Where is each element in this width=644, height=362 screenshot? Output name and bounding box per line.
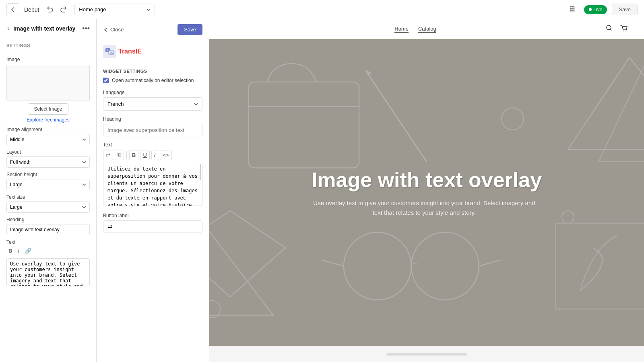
nav-links: Home Catalog (394, 26, 436, 33)
auto-open-label: Open automatically on editor selection (112, 78, 194, 83)
text-italic-button[interactable]: I (16, 247, 21, 255)
nav-icons (605, 24, 628, 34)
button-label-row: Button label ⇄ (103, 213, 202, 232)
translation-save-button[interactable]: Save (178, 24, 202, 35)
settings-section-label: SETTINGS (0, 38, 96, 49)
settings-panel: ‹ Image with text overlay ••• SETTINGS I… (0, 19, 97, 362)
svg-line-15 (322, 260, 344, 266)
button-label-input[interactable] (115, 224, 198, 230)
text-translation-row: Text ⇄ ⧉ B U I <> Utilisez du texte en s… (103, 142, 202, 207)
translation-panel: Close Save A あ TranslE WIDGET SETTINGS (97, 19, 209, 362)
save-button[interactable]: Save (612, 4, 638, 15)
text-label: Text (6, 239, 90, 245)
nav-link-catalog[interactable]: Catalog (418, 26, 436, 33)
preview-inner: Home Catalog (209, 19, 644, 362)
text-link-button[interactable]: 🔗 (23, 247, 33, 255)
image-alignment-select[interactable]: MiddleLeftRight (6, 134, 90, 145)
nav-link-home[interactable]: Home (394, 26, 409, 33)
trans-toolbar-divider (126, 151, 127, 159)
language-select[interactable]: FrenchSpanishGermanItalian (103, 97, 202, 111)
settings-more-button[interactable]: ••• (82, 25, 90, 33)
trans-text-textarea[interactable]: Utilisez du texte en superposition pour … (103, 162, 202, 206)
hero-subtitle: Use overlay text to give your customers … (312, 198, 537, 218)
auto-open-row: Open automatically on editor selection (103, 78, 202, 83)
heading-trans-label: Heading (103, 116, 202, 122)
language-row: Language FrenchSpanishGermanItalian (103, 90, 202, 116)
image-alignment-row: Image alignment MiddleLeftRight (6, 127, 90, 145)
translate-icon: ⇄ (107, 223, 112, 230)
translation-close-button[interactable]: Close (103, 27, 124, 33)
image-upload-box (6, 65, 90, 101)
text-textarea[interactable]: Use overlay text to give your customers … (6, 258, 90, 286)
text-bold-button[interactable]: B (6, 247, 14, 255)
image-section-label: Image (6, 57, 90, 62)
heading-translation-row: Heading (103, 116, 202, 142)
redo-button[interactable] (58, 4, 70, 16)
translation-logo-icon: A あ (103, 45, 116, 58)
svg-marker-23 (209, 162, 273, 315)
svg-rect-22 (555, 223, 644, 309)
text-size-select[interactable]: LargeSmallMedium (6, 202, 90, 213)
button-label-title: Button label (103, 213, 202, 218)
image-alignment-label: Image alignment (6, 127, 90, 132)
settings-content: Image Select Image Explore free images I… (0, 49, 96, 362)
translation-logo-text: TranslE (118, 48, 142, 55)
svg-line-10 (365, 70, 427, 162)
search-icon[interactable] (605, 24, 613, 34)
svg-line-16 (479, 260, 500, 266)
preview-area: Home Catalog (209, 19, 644, 362)
svg-text:あ: あ (110, 51, 113, 55)
heading-input[interactable] (6, 224, 90, 235)
preview-bottom-bar (209, 346, 644, 362)
text-trans-label: Text (103, 142, 202, 148)
trans-bold-btn[interactable]: B (129, 150, 138, 160)
svg-point-5 (623, 31, 624, 31)
live-button[interactable]: Live (584, 5, 607, 14)
preview-hero: Image with text overlay Use overlay text… (209, 39, 644, 346)
heading-label: Heading (6, 217, 90, 222)
bottom-handle (386, 353, 467, 356)
svg-point-13 (411, 232, 479, 300)
explore-free-images-link[interactable]: Explore free images (6, 117, 90, 123)
select-image-button[interactable]: Select Image (28, 103, 68, 115)
svg-point-12 (344, 232, 411, 300)
button-label-input-wrap: ⇄ (103, 220, 202, 232)
trans-underline-btn[interactable]: U (140, 150, 149, 160)
translation-content: WIDGET SETTINGS Open automatically on ed… (97, 63, 209, 362)
auto-open-checkbox[interactable] (103, 78, 109, 83)
text-toolbar: B I 🔗 (6, 247, 90, 255)
undo-redo-group (44, 4, 70, 16)
layout-select[interactable]: Full widthFixed width (6, 156, 90, 168)
hero-title: Image with text overlay (312, 168, 542, 192)
layout-row: Layout Full widthFixed width (6, 149, 90, 168)
settings-panel-title: Image with text overlay (13, 25, 79, 32)
layout-label: Layout (6, 149, 90, 155)
svg-marker-7 (568, 58, 644, 150)
page-selector[interactable]: Home page About Contact (74, 4, 155, 15)
svg-text:A: A (107, 49, 109, 52)
language-label: Language (103, 90, 202, 95)
svg-point-20 (562, 211, 574, 223)
trans-translate-btn[interactable]: ⇄ (103, 150, 113, 160)
translation-header: Close Save (97, 19, 209, 40)
preview-nav: Home Catalog (209, 19, 644, 39)
svg-marker-24 (599, 45, 644, 162)
heading-row: Heading (6, 217, 90, 235)
translation-logo: A あ TranslE (97, 40, 209, 63)
trans-copy-btn[interactable]: ⧉ (115, 150, 124, 160)
hero-content: Image with text overlay Use overlay text… (295, 152, 558, 234)
settings-back-button[interactable]: ‹ (6, 24, 10, 33)
heading-trans-input[interactable] (103, 124, 202, 136)
widget-settings-title: WIDGET SETTINGS (103, 69, 202, 74)
undo-button[interactable] (44, 4, 56, 16)
text-size-label: Text size (6, 194, 90, 200)
section-height-select[interactable]: LargeSmallMedium (6, 179, 90, 190)
cart-icon[interactable] (620, 24, 628, 34)
trans-code-btn[interactable]: <> (160, 150, 171, 160)
trans-italic-btn[interactable]: I (151, 150, 159, 160)
trans-text-toolbar: ⇄ ⧉ B U I <> (103, 150, 202, 160)
topbar-back-button[interactable] (6, 3, 19, 16)
svg-marker-11 (365, 70, 371, 76)
monitor-icon[interactable]: 🖥 (565, 3, 579, 16)
svg-point-6 (625, 31, 626, 31)
